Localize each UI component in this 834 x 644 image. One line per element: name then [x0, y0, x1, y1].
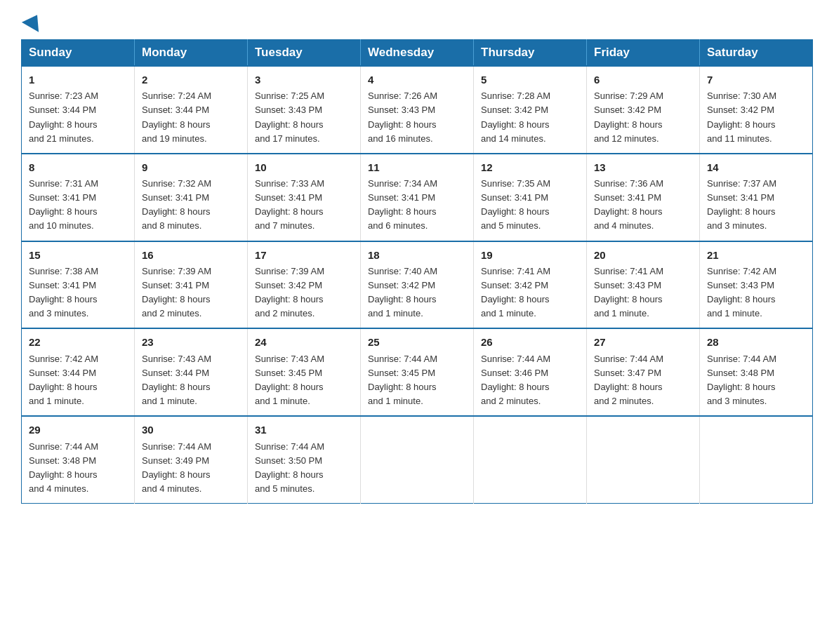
day-info: Sunrise: 7:43 AMSunset: 3:44 PMDaylight:…: [142, 352, 240, 409]
calendar-cell: 15Sunrise: 7:38 AMSunset: 3:41 PMDayligh…: [22, 241, 135, 329]
calendar-cell: 10Sunrise: 7:33 AMSunset: 3:41 PMDayligh…: [248, 154, 361, 241]
day-info: Sunrise: 7:35 AMSunset: 3:41 PMDaylight:…: [481, 177, 579, 234]
calendar-week-row: 8Sunrise: 7:31 AMSunset: 3:41 PMDaylight…: [22, 154, 813, 241]
calendar-table: SundayMondayTuesdayWednesdayThursdayFrid…: [21, 39, 813, 504]
page-header: [21, 14, 813, 27]
day-info: Sunrise: 7:44 AMSunset: 3:48 PMDaylight:…: [29, 440, 127, 497]
day-number: 19: [481, 247, 579, 263]
day-info: Sunrise: 7:36 AMSunset: 3:41 PMDaylight:…: [594, 177, 692, 234]
day-info: Sunrise: 7:23 AMSunset: 3:44 PMDaylight:…: [29, 89, 127, 146]
calendar-week-row: 22Sunrise: 7:42 AMSunset: 3:44 PMDayligh…: [22, 328, 813, 416]
day-number: 27: [594, 334, 692, 350]
calendar-week-row: 15Sunrise: 7:38 AMSunset: 3:41 PMDayligh…: [22, 241, 813, 329]
calendar-cell: 12Sunrise: 7:35 AMSunset: 3:41 PMDayligh…: [474, 154, 587, 241]
day-info: Sunrise: 7:33 AMSunset: 3:41 PMDaylight:…: [255, 177, 353, 234]
calendar-cell: 26Sunrise: 7:44 AMSunset: 3:46 PMDayligh…: [474, 328, 587, 416]
day-number: 2: [142, 72, 240, 88]
day-number: 28: [707, 334, 805, 350]
calendar-cell: 19Sunrise: 7:41 AMSunset: 3:42 PMDayligh…: [474, 241, 587, 329]
day-number: 1: [29, 72, 127, 88]
day-number: 4: [368, 72, 466, 88]
day-number: 5: [481, 72, 579, 88]
day-info: Sunrise: 7:28 AMSunset: 3:42 PMDaylight:…: [481, 89, 579, 146]
day-number: 12: [481, 159, 579, 175]
day-info: Sunrise: 7:26 AMSunset: 3:43 PMDaylight:…: [368, 89, 466, 146]
calendar-cell: [361, 416, 474, 503]
day-number: 18: [368, 247, 466, 263]
calendar-cell: 5Sunrise: 7:28 AMSunset: 3:42 PMDaylight…: [474, 66, 587, 154]
day-info: Sunrise: 7:42 AMSunset: 3:43 PMDaylight:…: [707, 264, 805, 321]
day-number: 21: [707, 247, 805, 263]
col-header-wednesday: Wednesday: [361, 40, 474, 67]
calendar-cell: 18Sunrise: 7:40 AMSunset: 3:42 PMDayligh…: [361, 241, 474, 329]
day-info: Sunrise: 7:44 AMSunset: 3:45 PMDaylight:…: [368, 352, 466, 409]
calendar-header-row: SundayMondayTuesdayWednesdayThursdayFrid…: [22, 40, 813, 67]
calendar-cell: 6Sunrise: 7:29 AMSunset: 3:42 PMDaylight…: [587, 66, 700, 154]
calendar-cell: 30Sunrise: 7:44 AMSunset: 3:49 PMDayligh…: [135, 416, 248, 503]
day-number: 29: [29, 422, 127, 438]
calendar-cell: 21Sunrise: 7:42 AMSunset: 3:43 PMDayligh…: [700, 241, 813, 329]
day-number: 26: [481, 334, 579, 350]
day-info: Sunrise: 7:39 AMSunset: 3:42 PMDaylight:…: [255, 264, 353, 321]
calendar-cell: 1Sunrise: 7:23 AMSunset: 3:44 PMDaylight…: [22, 66, 135, 154]
calendar-cell: 3Sunrise: 7:25 AMSunset: 3:43 PMDaylight…: [248, 66, 361, 154]
day-number: 22: [29, 334, 127, 350]
calendar-cell: 9Sunrise: 7:32 AMSunset: 3:41 PMDaylight…: [135, 154, 248, 241]
day-number: 13: [594, 159, 692, 175]
day-number: 6: [594, 72, 692, 88]
col-header-thursday: Thursday: [474, 40, 587, 67]
day-number: 24: [255, 334, 353, 350]
day-info: Sunrise: 7:24 AMSunset: 3:44 PMDaylight:…: [142, 89, 240, 146]
day-number: 31: [255, 422, 353, 438]
day-info: Sunrise: 7:30 AMSunset: 3:42 PMDaylight:…: [707, 89, 805, 146]
calendar-cell: [700, 416, 813, 503]
col-header-monday: Monday: [135, 40, 248, 67]
day-info: Sunrise: 7:40 AMSunset: 3:42 PMDaylight:…: [368, 264, 466, 321]
day-number: 9: [142, 159, 240, 175]
day-info: Sunrise: 7:41 AMSunset: 3:43 PMDaylight:…: [594, 264, 692, 321]
day-number: 15: [29, 247, 127, 263]
day-number: 20: [594, 247, 692, 263]
calendar-week-row: 29Sunrise: 7:44 AMSunset: 3:48 PMDayligh…: [22, 416, 813, 503]
logo-triangle-icon: [22, 10, 46, 32]
calendar-cell: 29Sunrise: 7:44 AMSunset: 3:48 PMDayligh…: [22, 416, 135, 503]
calendar-week-row: 1Sunrise: 7:23 AMSunset: 3:44 PMDaylight…: [22, 66, 813, 154]
day-number: 7: [707, 72, 805, 88]
logo-text: [21, 14, 44, 29]
day-info: Sunrise: 7:42 AMSunset: 3:44 PMDaylight:…: [29, 352, 127, 409]
day-number: 3: [255, 72, 353, 88]
col-header-saturday: Saturday: [700, 40, 813, 67]
day-number: 10: [255, 159, 353, 175]
day-number: 16: [142, 247, 240, 263]
day-info: Sunrise: 7:29 AMSunset: 3:42 PMDaylight:…: [594, 89, 692, 146]
calendar-cell: [474, 416, 587, 503]
day-info: Sunrise: 7:43 AMSunset: 3:45 PMDaylight:…: [255, 352, 353, 409]
calendar-cell: [587, 416, 700, 503]
day-number: 14: [707, 159, 805, 175]
calendar-cell: 4Sunrise: 7:26 AMSunset: 3:43 PMDaylight…: [361, 66, 474, 154]
day-number: 23: [142, 334, 240, 350]
day-info: Sunrise: 7:44 AMSunset: 3:49 PMDaylight:…: [142, 440, 240, 497]
day-number: 17: [255, 247, 353, 263]
calendar-cell: 8Sunrise: 7:31 AMSunset: 3:41 PMDaylight…: [22, 154, 135, 241]
day-info: Sunrise: 7:25 AMSunset: 3:43 PMDaylight:…: [255, 89, 353, 146]
calendar-cell: 13Sunrise: 7:36 AMSunset: 3:41 PMDayligh…: [587, 154, 700, 241]
day-info: Sunrise: 7:34 AMSunset: 3:41 PMDaylight:…: [368, 177, 466, 234]
calendar-cell: 16Sunrise: 7:39 AMSunset: 3:41 PMDayligh…: [135, 241, 248, 329]
day-info: Sunrise: 7:41 AMSunset: 3:42 PMDaylight:…: [481, 264, 579, 321]
day-number: 11: [368, 159, 466, 175]
calendar-cell: 23Sunrise: 7:43 AMSunset: 3:44 PMDayligh…: [135, 328, 248, 416]
day-info: Sunrise: 7:38 AMSunset: 3:41 PMDaylight:…: [29, 264, 127, 321]
calendar-cell: 14Sunrise: 7:37 AMSunset: 3:41 PMDayligh…: [700, 154, 813, 241]
logo: [21, 14, 44, 27]
day-info: Sunrise: 7:37 AMSunset: 3:41 PMDaylight:…: [707, 177, 805, 234]
col-header-sunday: Sunday: [22, 40, 135, 67]
day-info: Sunrise: 7:44 AMSunset: 3:50 PMDaylight:…: [255, 440, 353, 497]
calendar-cell: 11Sunrise: 7:34 AMSunset: 3:41 PMDayligh…: [361, 154, 474, 241]
day-info: Sunrise: 7:44 AMSunset: 3:47 PMDaylight:…: [594, 352, 692, 409]
col-header-friday: Friday: [587, 40, 700, 67]
calendar-cell: 31Sunrise: 7:44 AMSunset: 3:50 PMDayligh…: [248, 416, 361, 503]
day-info: Sunrise: 7:31 AMSunset: 3:41 PMDaylight:…: [29, 177, 127, 234]
day-number: 8: [29, 159, 127, 175]
calendar-cell: 28Sunrise: 7:44 AMSunset: 3:48 PMDayligh…: [700, 328, 813, 416]
